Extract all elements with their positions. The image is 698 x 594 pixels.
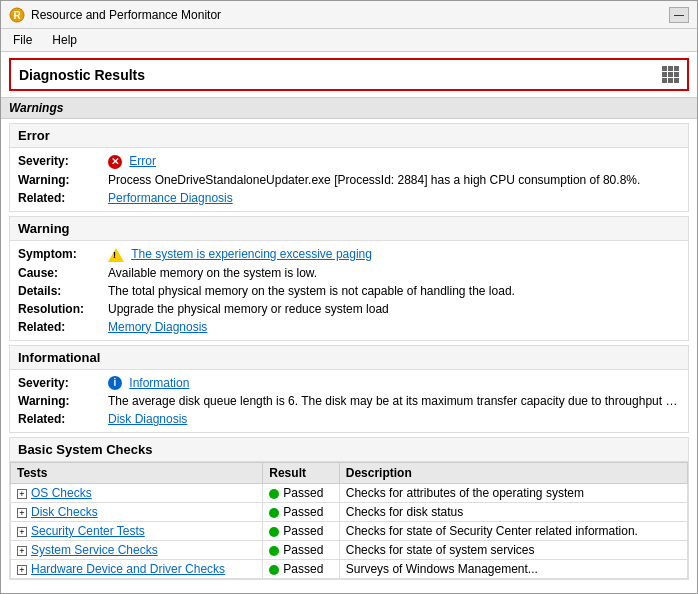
error-severity-row: Severity: ✕ Error [18,152,680,171]
info-severity-link[interactable]: Information [129,376,189,390]
check-name-cell: +Disk Checks [11,503,263,522]
check-description-cell: Surveys of Windows Management... [339,560,687,579]
app-icon: R [9,7,25,23]
check-result-text: Passed [283,524,323,538]
check-result-cell: Passed [263,484,339,503]
warning-icon [108,248,124,262]
main-content: Diagnostic Results Warnings Error S [1,52,697,584]
warning-card-body: Symptom: The system is experiencing exce… [10,241,688,340]
check-result-cell: Passed [263,503,339,522]
menu-file[interactable]: File [9,31,36,49]
warning-resolution-row: Resolution: Upgrade the physical memory … [18,300,680,318]
basic-checks-body: Tests Result Description +OS ChecksPasse… [10,462,688,579]
info-icon: i [108,376,122,390]
passed-dot [269,565,279,575]
error-severity-link[interactable]: Error [129,154,156,168]
expand-icon[interactable]: + [17,527,27,537]
error-warning-value: Process OneDriveStandaloneUpdater.exe [P… [108,173,680,187]
passed-dot [269,546,279,556]
info-warning-value: The average disk queue length is 6. The … [108,394,680,408]
grid-icon[interactable] [662,66,679,83]
grid-cell-3 [674,66,679,71]
expand-icon[interactable]: + [17,546,27,556]
check-description-cell: Checks for state of system services [339,541,687,560]
informational-card: Informational Severity: i Information Wa… [9,345,689,434]
check-result-cell: Passed [263,560,339,579]
passed-dot [269,489,279,499]
info-related-link[interactable]: Disk Diagnosis [108,412,187,426]
passed-dot [269,508,279,518]
checks-table: Tests Result Description +OS ChecksPasse… [10,462,688,579]
minimize-button[interactable]: — [669,7,689,23]
warning-related-label: Related: [18,320,108,334]
check-description-cell: Checks for attributes of the operating s… [339,484,687,503]
error-related-row: Related: Performance Diagnosis [18,189,680,207]
error-severity-label: Severity: [18,154,108,169]
warning-related-value: Memory Diagnosis [108,320,680,334]
informational-card-header: Informational [10,346,688,370]
basic-checks-header: Basic System Checks [10,438,688,462]
warning-resolution-label: Resolution: [18,302,108,316]
title-bar-controls: — [669,7,689,23]
warnings-label: Warnings [9,101,63,115]
expand-icon[interactable]: + [17,508,27,518]
diagnostic-title: Diagnostic Results [19,67,145,83]
error-severity-value: ✕ Error [108,154,680,169]
expand-icon[interactable]: + [17,489,27,499]
warning-details-row: Details: The total physical memory on th… [18,282,680,300]
warning-card-header: Warning [10,217,688,241]
svg-text:R: R [13,10,21,21]
warning-related-link[interactable]: Memory Diagnosis [108,320,207,334]
warning-resolution-value: Upgrade the physical memory or reduce sy… [108,302,680,316]
check-name-cell: +Hardware Device and Driver Checks [11,560,263,579]
checks-col-result: Result [263,463,339,484]
error-card-body: Severity: ✕ Error Warning: Process OneDr… [10,148,688,211]
error-related-link[interactable]: Performance Diagnosis [108,191,233,205]
check-name-link[interactable]: System Service Checks [31,543,158,557]
grid-cell-7 [662,78,667,83]
info-warning-row: Warning: The average disk queue length i… [18,392,680,410]
grid-cell-2 [668,66,673,71]
error-related-value: Performance Diagnosis [108,191,680,205]
info-severity-label: Severity: [18,376,108,391]
table-row: +Disk ChecksPassedChecks for disk status [11,503,688,522]
error-icon: ✕ [108,155,122,169]
check-name-link[interactable]: Security Center Tests [31,524,145,538]
warning-cause-label: Cause: [18,266,108,280]
check-name-link[interactable]: Hardware Device and Driver Checks [31,562,225,576]
warning-card: Warning Symptom: The system is experienc… [9,216,689,341]
table-row: +System Service ChecksPassedChecks for s… [11,541,688,560]
warning-symptom-link[interactable]: The system is experiencing excessive pag… [131,247,372,261]
informational-card-body: Severity: i Information Warning: The ave… [10,370,688,433]
error-card: Error Severity: ✕ Error Warning: Process… [9,123,689,212]
table-row: +OS ChecksPassedChecks for attributes of… [11,484,688,503]
grid-cell-6 [674,72,679,77]
warning-details-label: Details: [18,284,108,298]
title-bar-title: Resource and Performance Monitor [31,8,221,22]
main-window: R Resource and Performance Monitor — Fil… [0,0,698,594]
warning-symptom-value: The system is experiencing excessive pag… [108,247,680,262]
check-result-cell: Passed [263,541,339,560]
check-result-text: Passed [283,562,323,576]
checks-col-tests: Tests [11,463,263,484]
menu-bar: File Help [1,29,697,52]
warnings-divider: Warnings [1,97,697,119]
warning-cause-row: Cause: Available memory on the system is… [18,264,680,282]
info-warning-label: Warning: [18,394,108,408]
expand-icon[interactable]: + [17,565,27,575]
check-name-link[interactable]: Disk Checks [31,505,98,519]
info-severity-value: i Information [108,376,680,391]
info-severity-row: Severity: i Information [18,374,680,393]
title-bar-left: R Resource and Performance Monitor [9,7,221,23]
title-bar: R Resource and Performance Monitor — [1,1,697,29]
menu-help[interactable]: Help [48,31,81,49]
info-related-label: Related: [18,412,108,426]
warning-details-value: The total physical memory on the system … [108,284,680,298]
checks-table-header-row: Tests Result Description [11,463,688,484]
check-result-text: Passed [283,505,323,519]
error-related-label: Related: [18,191,108,205]
table-row: +Hardware Device and Driver ChecksPassed… [11,560,688,579]
warning-cause-value: Available memory on the system is low. [108,266,680,280]
grid-cell-8 [668,78,673,83]
check-name-link[interactable]: OS Checks [31,486,92,500]
